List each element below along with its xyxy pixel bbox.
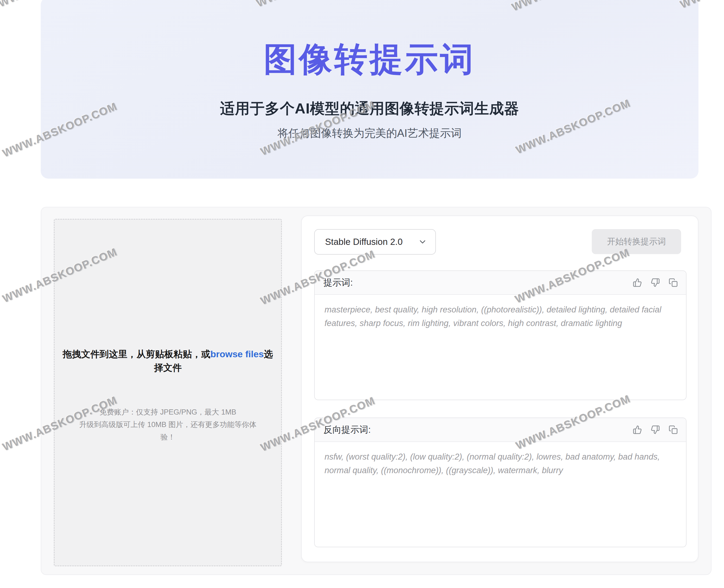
negative-prompt-section: 反向提示词: nsfw, (worst quality:2), (low qua… xyxy=(314,418,686,547)
page-subtitle: 适用于多个AI模型的通用图像转提示词生成器 xyxy=(41,82,699,119)
drop-text-prefix: 拖拽文件到这里，从剪贴板粘贴，或 xyxy=(63,349,210,359)
prompt-label: 提示词: xyxy=(315,277,353,289)
negative-prompt-actions xyxy=(632,425,678,435)
page-description: 将任何图像转换为完美的AI艺术提示词 xyxy=(41,119,699,141)
model-select[interactable]: Stable Diffusion 2.0 xyxy=(314,229,436,255)
copy-icon[interactable] xyxy=(668,277,678,288)
main-panel: 拖拽文件到这里，从剪贴板粘贴，或browse files选择文件 免费账户：仅支… xyxy=(41,207,711,575)
chevron-down-icon xyxy=(418,237,427,247)
file-drop-zone[interactable]: 拖拽文件到这里，从剪贴板粘贴，或browse files选择文件 免费账户：仅支… xyxy=(54,219,282,566)
model-select-value: Stable Diffusion 2.0 xyxy=(315,237,418,247)
copy-icon[interactable] xyxy=(668,425,678,435)
prompt-actions xyxy=(632,277,678,288)
browse-files-link[interactable]: browse files xyxy=(210,349,264,359)
thumbs-up-icon[interactable] xyxy=(632,277,643,288)
thumbs-down-icon[interactable] xyxy=(650,425,660,435)
free-account-line2: 升级到高级版可上传 10MB 图片，还有更多功能等你体验！ xyxy=(79,420,256,441)
negative-prompt-textarea[interactable]: nsfw, (worst quality:2), (low quality:2)… xyxy=(315,442,686,485)
drop-instructions: 拖拽文件到这里，从剪贴板粘贴，或browse files选择文件 xyxy=(62,347,274,374)
convert-button[interactable]: 开始转换提示词 xyxy=(592,229,681,254)
page-title: 图像转提示词 xyxy=(41,0,699,82)
free-account-note: 免费账户：仅支持 JPEG/PNG，最大 1MB升级到高级版可上传 10MB 图… xyxy=(76,406,260,443)
negative-prompt-section-header: 反向提示词: xyxy=(315,418,686,442)
converter-card: Stable Diffusion 2.0 开始转换提示词 提示词: xyxy=(301,215,699,562)
prompt-section: 提示词: masterpiece, best quality, high res… xyxy=(314,270,686,400)
negative-prompt-label: 反向提示词: xyxy=(315,424,371,436)
prompt-section-header: 提示词: xyxy=(315,271,686,295)
thumbs-up-icon[interactable] xyxy=(632,425,643,435)
thumbs-down-icon[interactable] xyxy=(650,277,660,288)
free-account-line1: 免费账户：仅支持 JPEG/PNG，最大 1MB xyxy=(99,408,236,416)
hero-banner: 图像转提示词 适用于多个AI模型的通用图像转提示词生成器 将任何图像转换为完美的… xyxy=(41,0,699,178)
prompt-textarea[interactable]: masterpiece, best quality, high resoluti… xyxy=(315,295,686,338)
